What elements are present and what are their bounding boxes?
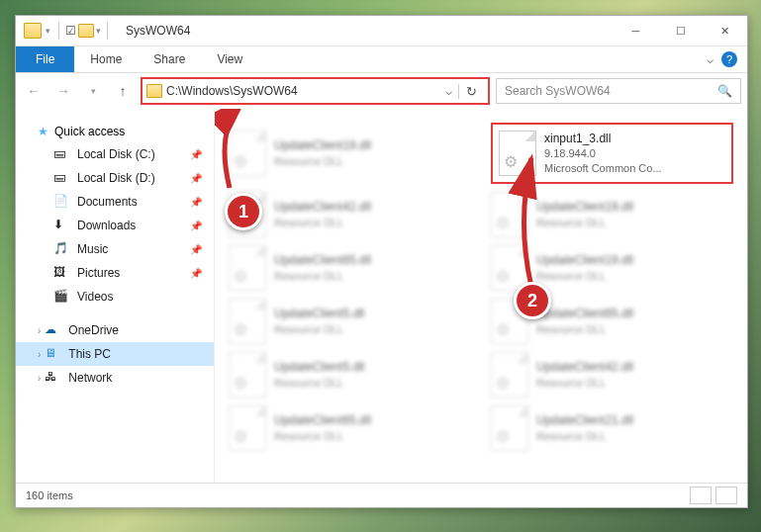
sidebar-this-pc[interactable]: ›🖥This PC <box>16 342 214 366</box>
file-item[interactable]: ⚙UpdateClient65.dllResource DLL <box>229 405 471 451</box>
details-view-icon[interactable] <box>690 487 712 504</box>
sidebar-item-videos[interactable]: 🎬Videos <box>16 285 214 309</box>
downloads-icon: ⬇ <box>53 218 69 233</box>
dll-icon: ⚙ <box>491 352 528 398</box>
sidebar-item-pictures[interactable]: 🖼Pictures📌 <box>16 261 214 285</box>
expand-ribbon-icon[interactable]: ⌵ <box>707 52 713 66</box>
file-item[interactable]: ⚙UpdateClient21.dllResource DLL <box>491 405 733 451</box>
pc-icon: 🖥 <box>45 346 60 362</box>
sidebar-item-documents[interactable]: 📄Documents📌 <box>16 190 214 214</box>
sidebar-item-downloads[interactable]: ⬇Downloads📌 <box>16 214 214 237</box>
chevron-right-icon: › <box>38 373 41 384</box>
search-icon[interactable]: 🔍 <box>717 84 732 98</box>
callout-2: 2 <box>514 282 551 319</box>
item-count: 160 items <box>26 489 73 501</box>
title-bar: ▾ ☑ ▾ SysWOW64 ─ ☐ ✕ <box>16 16 747 46</box>
quick-access-header[interactable]: ★ Quick access <box>16 121 214 142</box>
back-button[interactable]: ← <box>22 79 46 103</box>
chevron-right-icon: › <box>38 325 41 336</box>
sidebar-item-local-c[interactable]: 🖴Local Disk (C:)📌 <box>16 142 214 166</box>
chevron-right-icon: › <box>38 349 41 360</box>
onedrive-icon: ☁ <box>45 322 60 338</box>
star-icon: ★ <box>38 125 48 138</box>
qat-dropdown-icon[interactable]: ▾ <box>44 26 52 36</box>
up-button[interactable]: ↑ <box>111 79 135 103</box>
file-item[interactable]: ⚙UpdateClient42.dllResource DLL <box>491 352 733 398</box>
qat-customize-icon[interactable]: ▾ <box>96 26 101 36</box>
recent-locations-icon[interactable]: ▾ <box>81 79 105 103</box>
music-icon: 🎵 <box>53 241 69 257</box>
sidebar-item-music[interactable]: 🎵Music📌 <box>16 237 214 261</box>
share-tab[interactable]: Share <box>138 46 201 72</box>
sidebar-item-local-d[interactable]: 🖴Local Disk (D:)📌 <box>16 166 214 190</box>
dll-icon: ⚙ <box>229 405 266 451</box>
home-tab[interactable]: Home <box>74 46 138 72</box>
pictures-icon: 🖼 <box>53 265 69 281</box>
file-item[interactable]: ⚙UpdateClient5.dllResource DLL <box>229 299 471 344</box>
dll-icon: ⚙ <box>229 299 266 344</box>
new-folder-icon[interactable] <box>78 24 94 38</box>
pin-icon: 📌 <box>190 244 202 255</box>
drive-icon: 🖴 <box>53 170 69 186</box>
file-item[interactable]: ⚙UpdateClient65.dllResource DLL <box>229 245 471 291</box>
maximize-button[interactable]: ☐ <box>658 16 703 45</box>
address-dropdown-icon[interactable]: ⌵ <box>439 84 458 98</box>
help-icon[interactable]: ? <box>721 51 737 67</box>
callout-1: 1 <box>225 193 262 230</box>
file-item[interactable]: ⚙UpdateClient5.dllResource DLL <box>229 352 471 398</box>
drive-icon: 🖴 <box>53 146 69 162</box>
status-bar: 160 items <box>16 483 747 507</box>
file-list: ⚙UpdateClient19.dllResource DLL ⚙xinput1… <box>215 109 747 483</box>
pin-icon: 📌 <box>190 221 202 231</box>
navigation-row: ← → ▾ ↑ C:\Windows\SysWOW64 ⌵ ↻ Search S… <box>16 73 747 109</box>
pin-icon: 📌 <box>190 149 202 160</box>
callout-arrow-1 <box>215 109 304 208</box>
dll-icon: ⚙ <box>491 405 528 451</box>
pin-icon: 📌 <box>190 268 202 279</box>
dll-icon: ⚙ <box>229 245 266 291</box>
window-title: SysWOW64 <box>126 24 190 38</box>
properties-icon[interactable]: ☑ <box>65 24 76 38</box>
quick-access-toolbar: ▾ ☑ ▾ <box>24 22 112 40</box>
explorer-window: ▾ ☑ ▾ SysWOW64 ─ ☐ ✕ File Home Share Vie… <box>15 15 748 508</box>
network-icon: 🖧 <box>45 370 60 386</box>
videos-icon: 🎬 <box>53 289 69 305</box>
folder-icon <box>24 23 42 39</box>
search-placeholder: Search SysWOW64 <box>505 84 611 98</box>
ribbon: File Home Share View ⌵ ? <box>16 46 747 73</box>
dll-icon: ⚙ <box>229 352 266 398</box>
close-button[interactable]: ✕ <box>703 16 747 45</box>
address-path[interactable]: C:\Windows\SysWOW64 <box>166 84 439 98</box>
view-tab[interactable]: View <box>201 46 258 72</box>
navigation-pane: ★ Quick access 🖴Local Disk (C:)📌 🖴Local … <box>16 109 215 483</box>
address-folder-icon <box>146 84 162 98</box>
forward-button[interactable]: → <box>51 79 75 103</box>
file-tab[interactable]: File <box>16 46 74 72</box>
search-input[interactable]: Search SysWOW64 🔍 <box>496 78 741 104</box>
minimize-button[interactable]: ─ <box>614 16 658 45</box>
pin-icon: 📌 <box>190 197 202 208</box>
sidebar-network[interactable]: ›🖧Network <box>16 366 214 390</box>
address-bar[interactable]: C:\Windows\SysWOW64 ⌵ ↻ <box>141 77 490 105</box>
sidebar-onedrive[interactable]: ›☁OneDrive <box>16 318 214 342</box>
refresh-button[interactable]: ↻ <box>458 84 484 99</box>
large-icons-view-icon[interactable] <box>715 487 737 504</box>
pin-icon: 📌 <box>190 173 202 184</box>
callout-arrow-2 <box>492 143 571 302</box>
documents-icon: 📄 <box>53 194 69 210</box>
